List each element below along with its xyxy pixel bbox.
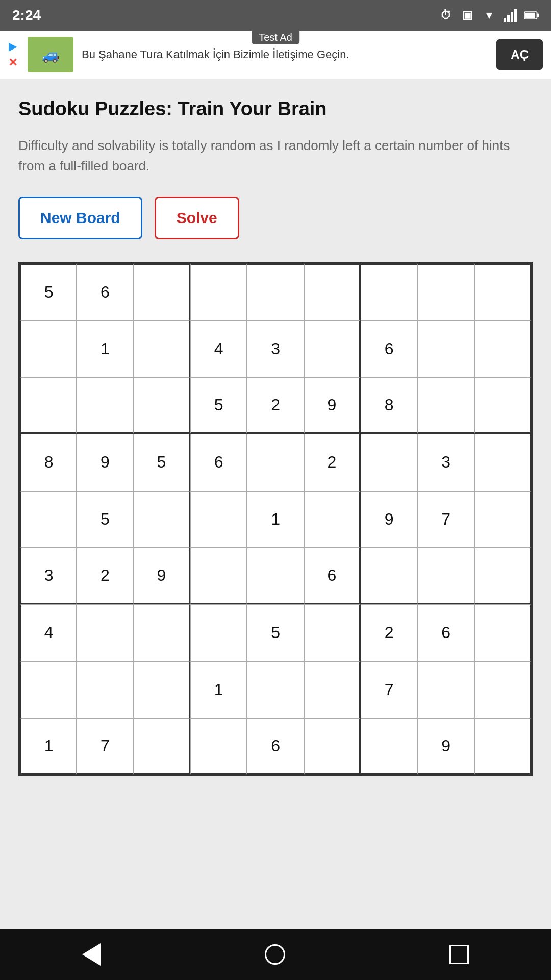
cell-7-3[interactable] xyxy=(134,604,190,661)
cell-3-4[interactable]: 5 xyxy=(190,377,247,434)
cell-5-8[interactable]: 7 xyxy=(417,491,474,548)
svg-rect-5 xyxy=(537,14,539,17)
ad-banner: Test Ad ▶ ✕ 🚙 Bu Şahane Tura Katılmak İç… xyxy=(0,31,551,79)
cell-2-6[interactable] xyxy=(304,321,361,377)
cell-9-4[interactable] xyxy=(190,718,247,775)
status-time: 2:24 xyxy=(12,7,439,23)
cell-7-5[interactable]: 5 xyxy=(247,604,304,661)
page-description: Difficulty and solvability is totally ra… xyxy=(18,135,533,177)
cell-7-8[interactable]: 6 xyxy=(417,604,474,661)
cell-1-1[interactable]: 5 xyxy=(20,263,77,320)
cell-2-1[interactable] xyxy=(20,321,77,377)
cell-3-6[interactable]: 9 xyxy=(304,377,361,434)
cell-1-6[interactable] xyxy=(304,263,361,320)
cell-8-3[interactable] xyxy=(134,662,190,718)
cell-6-3[interactable]: 9 xyxy=(134,548,190,604)
cell-9-9[interactable] xyxy=(474,718,531,775)
ad-open-button[interactable]: AÇ xyxy=(496,39,543,70)
cell-8-6[interactable] xyxy=(304,662,361,718)
cell-5-1[interactable] xyxy=(20,491,77,548)
svg-rect-2 xyxy=(511,12,513,22)
cell-9-5[interactable]: 6 xyxy=(247,718,304,775)
new-board-button[interactable]: New Board xyxy=(18,197,142,239)
cell-6-4[interactable] xyxy=(190,548,247,604)
cell-9-3[interactable] xyxy=(134,718,190,775)
wifi-icon: ▾ xyxy=(482,8,496,22)
cell-2-2[interactable]: 1 xyxy=(77,321,133,377)
cell-4-6[interactable]: 2 xyxy=(304,434,361,491)
cell-3-7[interactable]: 8 xyxy=(361,377,417,434)
cell-2-7[interactable]: 6 xyxy=(361,321,417,377)
cell-4-4[interactable]: 6 xyxy=(190,434,247,491)
cell-1-7[interactable] xyxy=(361,263,417,320)
cell-4-9[interactable] xyxy=(474,434,531,491)
cell-7-2[interactable] xyxy=(77,604,133,661)
cell-9-1[interactable]: 1 xyxy=(20,718,77,775)
cell-8-2[interactable] xyxy=(77,662,133,718)
cell-7-4[interactable] xyxy=(190,604,247,661)
cell-8-5[interactable] xyxy=(247,662,304,718)
cell-5-5[interactable]: 1 xyxy=(247,491,304,548)
cell-6-2[interactable]: 2 xyxy=(77,548,133,604)
cell-2-8[interactable] xyxy=(417,321,474,377)
cell-4-2[interactable]: 9 xyxy=(77,434,133,491)
back-icon xyxy=(82,943,101,966)
cell-7-7[interactable]: 2 xyxy=(361,604,417,661)
cell-1-5[interactable] xyxy=(247,263,304,320)
cell-5-9[interactable] xyxy=(474,491,531,548)
cell-3-9[interactable] xyxy=(474,377,531,434)
cell-3-8[interactable] xyxy=(417,377,474,434)
cell-1-4[interactable] xyxy=(190,263,247,320)
cell-8-9[interactable] xyxy=(474,662,531,718)
cell-2-3[interactable] xyxy=(134,321,190,377)
cell-1-9[interactable] xyxy=(474,263,531,320)
cell-5-7[interactable]: 9 xyxy=(361,491,417,548)
sudoku-grid: 5614365298895623519732964526171769 xyxy=(18,262,533,776)
cell-4-1[interactable]: 8 xyxy=(20,434,77,491)
status-bar: 2:24 ⏱ ▣ ▾ xyxy=(0,0,551,31)
cell-3-3[interactable] xyxy=(134,377,190,434)
cell-2-4[interactable]: 4 xyxy=(190,321,247,377)
cell-7-6[interactable] xyxy=(304,604,361,661)
cell-6-1[interactable]: 3 xyxy=(20,548,77,604)
cell-6-8[interactable] xyxy=(417,548,474,604)
cell-3-1[interactable] xyxy=(20,377,77,434)
cell-9-2[interactable]: 7 xyxy=(77,718,133,775)
cell-4-3[interactable]: 5 xyxy=(134,434,190,491)
cell-4-5[interactable] xyxy=(247,434,304,491)
cell-6-5[interactable] xyxy=(247,548,304,604)
cell-2-9[interactable] xyxy=(474,321,531,377)
home-button[interactable] xyxy=(265,944,285,965)
recent-icon xyxy=(449,945,469,964)
cell-9-8[interactable]: 9 xyxy=(417,718,474,775)
back-button[interactable] xyxy=(82,943,101,966)
cell-8-8[interactable] xyxy=(417,662,474,718)
solve-button[interactable]: Solve xyxy=(155,197,239,239)
cell-8-4[interactable]: 1 xyxy=(190,662,247,718)
recent-button[interactable] xyxy=(449,945,469,964)
cell-1-8[interactable] xyxy=(417,263,474,320)
cell-3-5[interactable]: 2 xyxy=(247,377,304,434)
cell-5-2[interactable]: 5 xyxy=(77,491,133,548)
cell-3-2[interactable] xyxy=(77,377,133,434)
cell-2-5[interactable]: 3 xyxy=(247,321,304,377)
cell-8-7[interactable]: 7 xyxy=(361,662,417,718)
cell-6-6[interactable]: 6 xyxy=(304,548,361,604)
ad-close-icon[interactable]: ✕ xyxy=(8,56,17,69)
cell-5-6[interactable] xyxy=(304,491,361,548)
cell-6-7[interactable] xyxy=(361,548,417,604)
cell-7-9[interactable] xyxy=(474,604,531,661)
cell-4-8[interactable]: 3 xyxy=(417,434,474,491)
cell-7-1[interactable]: 4 xyxy=(20,604,77,661)
cell-1-3[interactable] xyxy=(134,263,190,320)
cell-8-1[interactable] xyxy=(20,662,77,718)
svg-rect-1 xyxy=(507,15,510,22)
cell-1-2[interactable]: 6 xyxy=(77,263,133,320)
cell-9-7[interactable] xyxy=(361,718,417,775)
ad-play-icon[interactable]: ▶ xyxy=(9,40,17,53)
cell-9-6[interactable] xyxy=(304,718,361,775)
cell-6-9[interactable] xyxy=(474,548,531,604)
cell-5-4[interactable] xyxy=(190,491,247,548)
cell-5-3[interactable] xyxy=(134,491,190,548)
cell-4-7[interactable] xyxy=(361,434,417,491)
